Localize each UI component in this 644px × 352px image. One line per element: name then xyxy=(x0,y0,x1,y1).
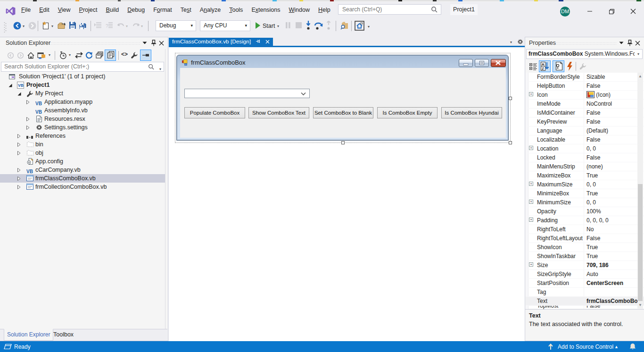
svg-text:?: ? xyxy=(106,24,108,29)
svg-text:Z: Z xyxy=(542,67,544,71)
svg-text:VB: VB xyxy=(18,83,24,88)
svg-text:A: A xyxy=(542,62,545,67)
